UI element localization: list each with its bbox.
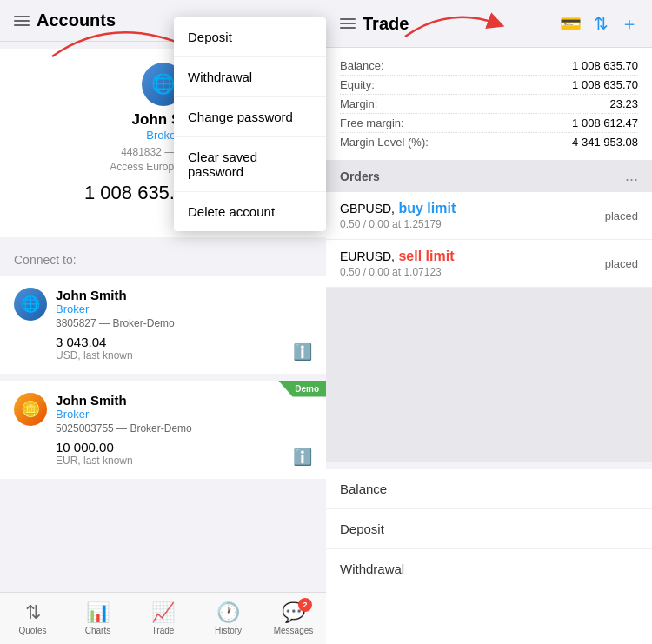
dropdown-withdrawal[interactable]: Withdrawal [174,57,326,97]
orders-more-button[interactable]: ... [625,167,638,185]
header-icons: 💳 ⇅ ＋ [560,12,638,36]
order-status-2: placed [605,257,638,270]
dropdown-delete-account[interactable]: Delete account [174,192,326,231]
order-item-1[interactable]: GBPUSD, buy limit 0.50 / 0.00 at 1.25179… [326,192,652,240]
stat-balance-label: Balance: [340,59,384,72]
order-sub-2: 0.50 / 0.00 at 1.07123 [340,266,455,278]
orders-title: Orders [340,169,380,183]
stat-balance: Balance: 1 008 635.70 [340,56,638,76]
right-arrow-svg [396,2,509,45]
stat-margin-level-label: Margin Level (%): [340,136,429,149]
order-left-2: EURUSD, sell limit 0.50 / 0.00 at 1.0712… [340,249,455,278]
menu-deposit[interactable]: Deposit [326,509,652,549]
menu-withdrawal[interactable]: Withdrawal [326,549,652,588]
dropdown-deposit[interactable]: Deposit [174,17,326,57]
right-panel: Trade 💳 ⇅ ＋ Balance: 1 008 635.70 Equ [326,0,652,644]
order-item-2[interactable]: EURUSD, sell limit 0.50 / 0.00 at 1.0712… [326,240,652,288]
order-sub-1: 0.50 / 0.00 at 1.25179 [340,218,456,230]
stat-margin-value: 23.23 [609,97,638,110]
dropdown-menu: Deposit Withdrawal Change password Clear… [174,17,326,231]
bottom-menu: Balance Deposit Withdrawal [326,469,652,644]
order-pair-1: GBPUSD, buy limit [340,201,456,216]
stat-equity: Equity: 1 008 635.70 [340,76,638,95]
dropdown-change-password[interactable]: Change password [174,97,326,137]
dropdown-overlay: Deposit Withdrawal Change password Clear… [0,0,326,644]
right-hamburger-icon[interactable] [340,18,356,29]
transfer-icon[interactable]: ⇅ [594,13,609,34]
stat-margin-level: Margin Level (%): 4 341 953.08 [340,133,638,151]
right-arrow-container [449,10,553,37]
empty-area [326,288,652,462]
menu-balance[interactable]: Balance [326,469,652,509]
stat-equity-value: 1 008 635.70 [572,78,638,91]
stat-balance-value: 1 008 635.70 [572,59,638,72]
card-icon[interactable]: 💳 [560,13,582,34]
order-pair-2: EURUSD, sell limit [340,249,455,264]
stat-margin: Margin: 23.23 [340,95,638,114]
stat-equity-label: Equity: [340,78,375,91]
dropdown-clear-saved-password[interactable]: Clear saved password [174,137,326,192]
order-status-1: placed [605,209,638,222]
stat-margin-label: Margin: [340,97,377,110]
add-icon[interactable]: ＋ [621,12,638,36]
stat-free-margin: Free margin: 1 008 612.47 [340,114,638,133]
stat-free-margin-label: Free margin: [340,116,404,129]
orders-header: Orders ... [326,160,652,192]
right-header: Trade 💳 ⇅ ＋ [326,0,652,48]
order-left-1: GBPUSD, buy limit 0.50 / 0.00 at 1.25179 [340,201,456,230]
trade-stats: Balance: 1 008 635.70 Equity: 1 008 635.… [326,48,652,160]
left-panel: Accounts 🌐 John Sm Broker 4481832 — Brok… [0,0,326,644]
stat-margin-level-value: 4 341 953.08 [572,136,638,149]
stat-free-margin-value: 1 008 612.47 [572,116,638,129]
